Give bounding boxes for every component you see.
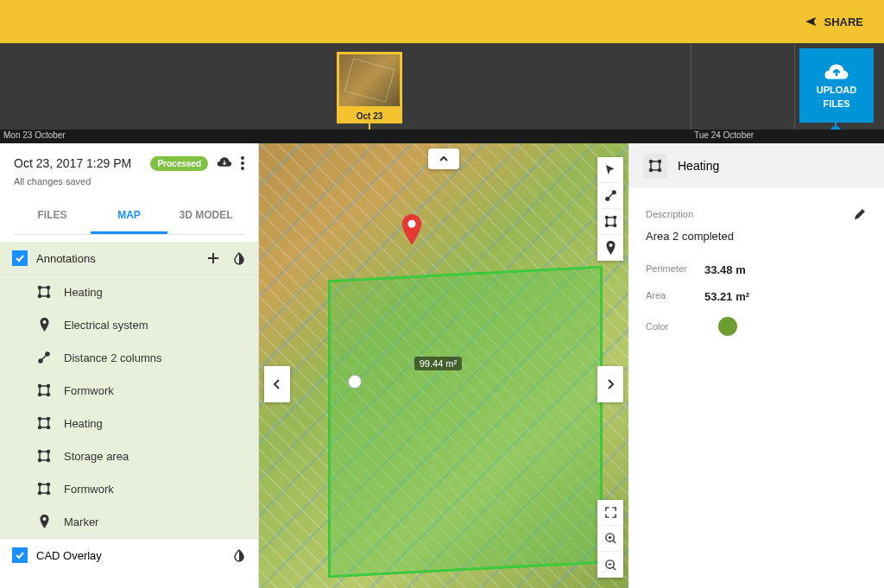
cad-overlay-header[interactable]: CAD Overlay (0, 538, 258, 572)
upload-label-1: UPLOAD (817, 85, 856, 95)
annotation-label: Marker (64, 515, 98, 528)
tab-files[interactable]: FILES (14, 199, 91, 234)
svg-point-31 (42, 517, 46, 521)
chevron-right-icon (605, 377, 616, 391)
perimeter-label: Perimeter (646, 263, 704, 276)
svg-point-8 (42, 320, 46, 324)
thumbnail-caption: Oct 23 (337, 109, 402, 123)
annotation-item[interactable]: Formwork (0, 374, 258, 407)
map-marker[interactable] (400, 214, 424, 245)
capture-datetime: Oct 23, 2017 1:29 PM (14, 156, 142, 170)
annotation-item[interactable]: Heating (0, 275, 258, 308)
tool-select[interactable] (597, 157, 623, 183)
annotations-checkbox[interactable] (12, 250, 28, 266)
timeline-separator (794, 43, 795, 130)
area-label: Area (646, 290, 704, 303)
tool-marker[interactable] (597, 235, 623, 261)
svg-point-6 (39, 295, 41, 298)
polygon-icon (604, 215, 617, 228)
nav-next-button[interactable] (597, 366, 623, 402)
svg-point-14 (39, 394, 41, 396)
annotation-item[interactable]: Distance 2 columns (0, 341, 258, 374)
area-value: 53.21 m² (704, 290, 749, 303)
svg-point-7 (47, 295, 50, 298)
svg-point-25 (47, 459, 50, 462)
cloud-upload-icon (824, 62, 849, 81)
svg-point-37 (613, 216, 616, 218)
line-icon (36, 351, 52, 364)
line-icon (604, 189, 617, 202)
annotation-label: Electrical system (64, 319, 148, 332)
svg-point-29 (39, 492, 41, 495)
svg-point-2 (241, 167, 244, 170)
chevron-left-icon (272, 377, 282, 391)
tool-polygon[interactable] (597, 209, 623, 235)
annotations-header[interactable]: Annotations (0, 242, 258, 275)
svg-point-39 (613, 224, 616, 227)
edit-icon[interactable] (853, 207, 867, 221)
area-measurement-label: 99.44 m² (414, 357, 462, 370)
zoom-out-icon (604, 559, 617, 572)
fullscreen-icon (604, 506, 617, 519)
share-button[interactable]: SHARE (805, 15, 863, 28)
pin-icon (36, 515, 52, 528)
nav-prev-button[interactable] (264, 366, 290, 402)
description-label: Description (646, 209, 693, 219)
date-right: Tue 24 October (694, 130, 754, 140)
polygon-icon (36, 482, 52, 496)
svg-point-5 (47, 287, 50, 289)
upload-label-2: FILES (823, 98, 849, 109)
area-polygon[interactable] (328, 266, 603, 579)
svg-point-18 (47, 418, 50, 420)
zoom-fit-button[interactable] (597, 500, 623, 526)
annotation-item[interactable]: Storage area (0, 439, 258, 472)
date-bar: Mon 23 October Tue 24 October (0, 130, 884, 143)
annotation-item[interactable]: Marker (0, 505, 258, 538)
chevron-up-icon (438, 153, 450, 165)
opacity-icon[interactable] (232, 548, 246, 562)
tab-3dmodel[interactable]: 3D MODEL (167, 199, 244, 234)
map-view[interactable]: 99.44 m² (259, 143, 628, 588)
svg-point-15 (47, 394, 50, 396)
detail-title: Heating (678, 159, 870, 173)
annotation-item[interactable]: Formwork (0, 472, 258, 505)
zoom-controls (597, 500, 623, 578)
annotation-item[interactable]: Heating (0, 407, 258, 439)
more-icon[interactable] (241, 156, 244, 170)
zoom-out-button[interactable] (597, 552, 623, 578)
share-icon (805, 15, 818, 28)
annotation-label: Distance 2 columns (64, 351, 161, 364)
svg-point-20 (47, 427, 50, 429)
description-value: Area 2 completed (646, 230, 867, 243)
cad-title: CAD Overlay (36, 549, 232, 562)
polygon-vertex-handle[interactable] (348, 375, 362, 389)
share-label: SHARE (824, 16, 863, 28)
sidebar: Oct 23, 2017 1:29 PM Processed All chang… (0, 143, 259, 588)
opacity-icon[interactable] (232, 251, 246, 265)
svg-point-1 (241, 161, 244, 165)
svg-point-30 (47, 492, 50, 495)
svg-point-40 (609, 243, 612, 247)
svg-point-45 (659, 161, 661, 163)
thumbnail-image (337, 52, 402, 109)
zoom-in-button[interactable] (597, 526, 623, 552)
color-swatch[interactable] (718, 317, 737, 336)
date-left: Mon 23 October (3, 130, 66, 140)
svg-point-24 (39, 459, 41, 462)
timeline-separator (691, 43, 691, 130)
svg-point-0 (241, 156, 244, 160)
cad-checkbox[interactable] (12, 547, 28, 563)
timeline: Oct 23 UPLOAD FILES (0, 43, 884, 130)
cloud-download-icon[interactable] (217, 155, 232, 171)
collapse-up-button[interactable] (428, 149, 459, 169)
add-icon[interactable] (206, 251, 220, 265)
tab-map[interactable]: MAP (91, 199, 167, 234)
upload-files-button[interactable]: UPLOAD FILES (799, 48, 874, 123)
annotation-label: Heating (64, 286, 103, 299)
annotation-item[interactable]: Electrical system (0, 308, 258, 341)
svg-point-27 (39, 484, 41, 486)
tool-line[interactable] (597, 183, 623, 209)
svg-point-4 (39, 287, 41, 289)
detail-type-icon-box (643, 154, 667, 178)
timeline-thumbnail[interactable]: Oct 23 (337, 52, 402, 139)
